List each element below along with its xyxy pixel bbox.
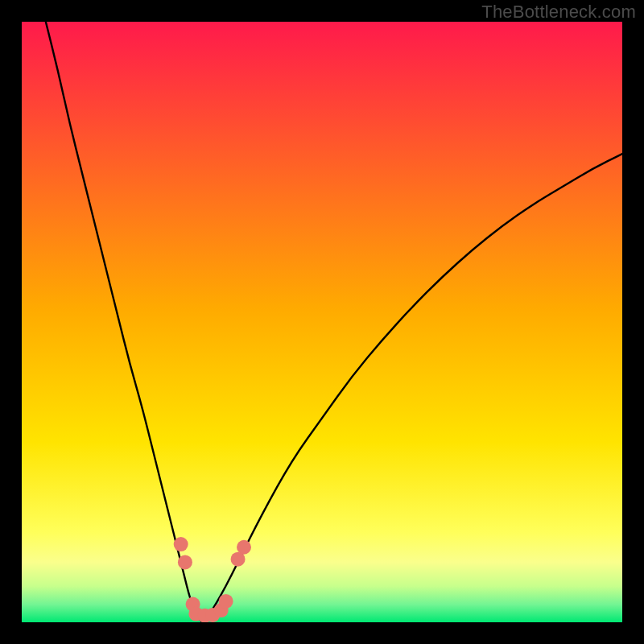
data-marker: [178, 555, 192, 569]
plot-area: [22, 22, 622, 622]
gradient-background: [22, 22, 622, 622]
watermark-text: TheBottleneck.com: [481, 2, 636, 23]
data-marker: [219, 594, 233, 609]
data-marker: [174, 537, 188, 551]
bottleneck-chart: [22, 22, 622, 622]
outer-frame: TheBottleneck.com: [0, 0, 644, 644]
data-marker: [237, 540, 251, 555]
